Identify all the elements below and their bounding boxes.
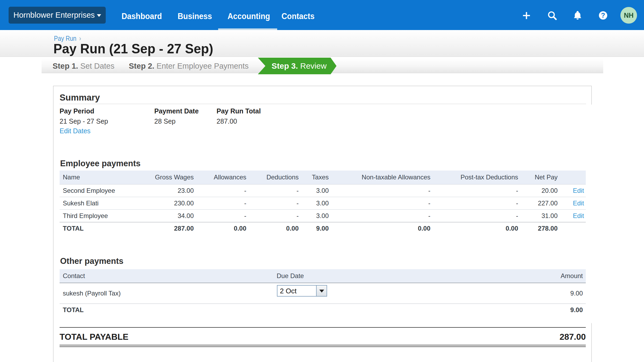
svg-text:?: ? xyxy=(601,12,605,19)
